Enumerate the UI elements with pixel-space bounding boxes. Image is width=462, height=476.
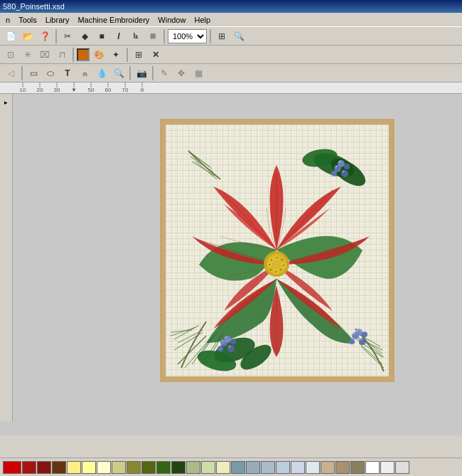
separator-3 (210, 29, 211, 43)
zoom-dropdown[interactable]: 100% 50% 75% 150% 200% (168, 29, 207, 43)
toolbar-1: 📄 📂 ❓ ✂ ◆ ■ I I₂ ⊞ 100% 50% 75% 150% 200… (0, 27, 462, 46)
text2-button[interactable]: T (60, 65, 75, 81)
separator-5 (127, 48, 128, 62)
palette-color-khaki[interactable] (350, 461, 365, 474)
svg-point-68 (362, 332, 367, 337)
grid2-button[interactable]: ⊞ (131, 47, 146, 63)
svg-point-75 (217, 346, 223, 351)
camera-button[interactable]: 📷 (134, 65, 149, 81)
new-button[interactable]: 📄 (3, 28, 18, 44)
ruler-mark: |30 (48, 83, 65, 93)
svg-point-57 (341, 170, 348, 177)
svg-point-55 (269, 264, 271, 266)
poinsettia-illustration (163, 122, 390, 377)
tool2-1[interactable]: ⊡ (3, 47, 18, 63)
svg-point-53 (275, 271, 277, 273)
palette-color-cream[interactable] (97, 461, 111, 474)
menu-item-help[interactable]: Help (190, 14, 215, 26)
palette-color-tan-dark[interactable] (335, 461, 350, 474)
svg-point-78 (229, 346, 231, 348)
svg-point-63 (339, 161, 341, 163)
palette-color-sage-lighter[interactable] (216, 461, 230, 474)
svg-point-66 (355, 329, 362, 336)
palette-color-sage[interactable] (186, 461, 200, 474)
palette-color-blue-lighter[interactable] (276, 461, 290, 474)
ruler-mark: |20 (31, 83, 48, 93)
italic-button[interactable]: I (111, 28, 127, 44)
menu-bar: n Tools Library Machine Embroidery Windo… (0, 13, 462, 27)
palette-button[interactable]: 🎨 (91, 47, 107, 63)
x-button[interactable]: ✕ (148, 47, 163, 63)
tool3-1[interactable]: ◁ (3, 65, 18, 81)
svg-point-52 (280, 269, 282, 271)
tool3-pencil[interactable]: ✎ (156, 65, 172, 81)
main-canvas-area: ▸ (0, 94, 462, 435)
svg-point-54 (270, 269, 272, 271)
menu-item-window[interactable]: Window (154, 14, 190, 26)
palette-color-blue-light[interactable] (261, 461, 275, 474)
tool3-move[interactable]: ✥ (173, 65, 189, 81)
svg-point-70 (360, 339, 362, 341)
svg-point-74 (224, 336, 231, 343)
tool2-3[interactable]: ⌧ (37, 47, 53, 63)
palette-color-tan-medium[interactable] (321, 461, 335, 474)
zoom2-button[interactable]: 🔍 (111, 65, 127, 81)
ruler: |10 |20 |30 |▼ |50 |60 |70 |8 (0, 83, 462, 94)
ruler-marks: |10 |20 |30 |▼ |50 |60 |70 |8 (14, 83, 151, 93)
ellipse-button[interactable]: ⬭ (43, 65, 58, 81)
svg-point-49 (276, 257, 279, 259)
color-button[interactable] (77, 48, 90, 61)
select-button[interactable]: ◆ (77, 28, 92, 44)
tool2-2[interactable]: ✳ (20, 47, 36, 63)
palette-color-red[interactable] (22, 461, 36, 474)
menu-item-n[interactable]: n (1, 14, 14, 26)
svg-point-71 (357, 329, 359, 332)
separator-6 (21, 66, 23, 80)
palette-color-green-dark[interactable] (156, 461, 171, 474)
ruler-mark: |70 (117, 83, 134, 93)
palette-color-white[interactable] (365, 461, 380, 474)
palette-color-tan[interactable] (112, 461, 126, 474)
palette-color-olive-dark[interactable] (127, 461, 141, 474)
palette-color-red-medium[interactable] (37, 461, 51, 474)
palette-color-green-darker[interactable] (171, 461, 186, 474)
menu-item-machine-embroidery[interactable]: Machine Embroidery (73, 14, 154, 26)
stitch-button[interactable]: ⊞ (145, 28, 161, 44)
palette-color-yellow-light[interactable] (67, 461, 81, 474)
eyedrop-button[interactable]: 💧 (94, 65, 109, 81)
text-button[interactable]: I₂ (128, 28, 144, 44)
palette-color-blue-palest[interactable] (306, 461, 320, 474)
open-button[interactable]: 📂 (20, 28, 36, 44)
palette-color-blue-pale[interactable] (291, 461, 305, 474)
cut-button[interactable]: ✂ (60, 28, 75, 44)
palette-color-red-dark[interactable] (3, 461, 21, 474)
separator-7 (129, 66, 131, 80)
tool2-4[interactable]: ⊓ (54, 47, 70, 63)
rect-button[interactable]: ▭ (26, 65, 41, 81)
palette-color-blue-gray[interactable] (231, 461, 245, 474)
palette-color-yellow[interactable] (82, 461, 96, 474)
star-button[interactable]: ✦ (108, 47, 124, 63)
palette-color-sage-light[interactable] (201, 461, 215, 474)
title-bar: 580_Poinsetti.xsd (0, 0, 462, 13)
lasso-button[interactable]: ⍝ (77, 65, 92, 81)
left-tool-1[interactable]: ▸ (0, 97, 11, 108)
palette-color-brown[interactable] (52, 461, 66, 474)
color-palette-bar (0, 458, 462, 476)
svg-point-62 (343, 171, 345, 173)
svg-point-61 (335, 166, 338, 168)
svg-point-48 (271, 259, 273, 261)
fill-button[interactable]: ■ (94, 28, 109, 44)
menu-item-library[interactable]: Library (41, 14, 74, 26)
tool3-last[interactable]: ▦ (190, 65, 206, 81)
palette-color-olive[interactable] (141, 461, 156, 474)
grid-button[interactable]: ⊞ (214, 28, 230, 44)
menu-item-tools[interactable]: Tools (14, 14, 41, 26)
palette-color-blue-medium[interactable] (246, 461, 260, 474)
zoom-in-button[interactable]: 🔍 (231, 28, 247, 44)
palette-color-gray[interactable] (395, 461, 409, 474)
ruler-mark: |60 (100, 83, 117, 93)
help-button[interactable]: ❓ (37, 28, 53, 44)
svg-point-77 (222, 340, 224, 342)
palette-color-gray-light[interactable] (380, 461, 394, 474)
